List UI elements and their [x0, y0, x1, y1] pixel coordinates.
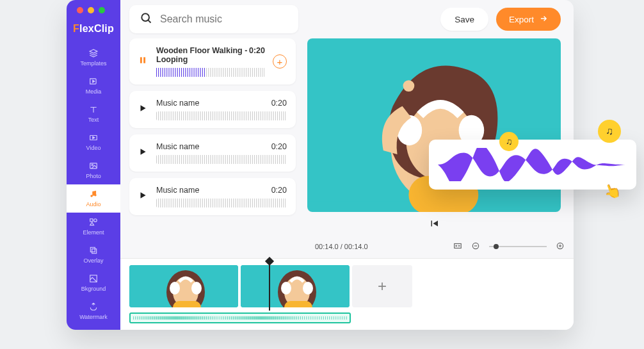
- sidebar-item-element[interactable]: Element: [67, 213, 120, 241]
- play-icon[interactable]: [138, 104, 149, 115]
- music-track[interactable]: Wooden Floor Walking - Looping0:20 +: [129, 38, 296, 85]
- svg-point-28: [191, 282, 202, 295]
- add-clip-button[interactable]: +: [352, 265, 412, 307]
- svg-point-34: [303, 282, 313, 295]
- svg-rect-8: [92, 249, 97, 254]
- overlay-icon: [89, 246, 98, 255]
- search-box[interactable]: [129, 5, 298, 33]
- waveform-icon: [156, 68, 265, 77]
- minimize-window-icon[interactable]: [88, 7, 94, 13]
- sidebar-item-background[interactable]: Bkground: [67, 269, 120, 297]
- timeline-audio-track[interactable]: [129, 312, 351, 323]
- sidebar-item-label: Video: [86, 145, 101, 151]
- sidebar-item-label: Overlay: [83, 257, 103, 264]
- element-icon: [89, 218, 98, 227]
- waveform-large-icon: [438, 148, 627, 181]
- time-display: 00:14.0 / 00:14.0: [315, 243, 368, 250]
- svg-rect-5: [90, 219, 93, 222]
- export-label: Export: [509, 15, 534, 24]
- track-duration: 0:20: [271, 142, 287, 151]
- sidebar-item-watermark[interactable]: Watermark: [67, 297, 120, 325]
- sidebar-item-audio[interactable]: Audio: [67, 184, 120, 213]
- media-icon: [89, 77, 98, 86]
- sidebar-item-text[interactable]: Text: [67, 100, 120, 128]
- svg-point-27: [170, 282, 180, 295]
- preview-column: [307, 38, 561, 238]
- music-track[interactable]: Music name0:20: [129, 91, 296, 128]
- music-track[interactable]: Music name0:20: [129, 178, 296, 215]
- sidebar-item-label: Text: [88, 117, 99, 123]
- track-duration: 0:20: [271, 186, 287, 195]
- topbar: Save Export: [120, 0, 574, 38]
- maximize-window-icon[interactable]: [99, 7, 105, 13]
- sidebar-item-templates[interactable]: Templates: [67, 44, 120, 72]
- clip-row: +: [129, 265, 565, 307]
- waveform-icon: [156, 111, 287, 120]
- track-duration: 0:20: [271, 99, 287, 108]
- pause-icon[interactable]: [138, 56, 149, 67]
- add-track-button[interactable]: +: [273, 54, 287, 69]
- sidebar-item-video[interactable]: Video: [67, 128, 120, 156]
- sidebar-item-label: Templates: [80, 60, 106, 67]
- preview-controls: [307, 212, 561, 238]
- music-note-icon: ♫: [598, 120, 621, 143]
- audio-icon: [89, 190, 98, 199]
- svg-point-3: [90, 195, 93, 197]
- svg-rect-1: [90, 163, 97, 168]
- background-icon: [89, 274, 98, 283]
- sidebar-item-label: Audio: [86, 201, 101, 207]
- zoom-in-icon[interactable]: [556, 241, 565, 252]
- svg-rect-7: [90, 247, 95, 252]
- track-name: Music name: [156, 142, 199, 151]
- close-window-icon[interactable]: [77, 7, 83, 13]
- music-track[interactable]: Music name0:20: [129, 134, 296, 172]
- svg-point-33: [281, 282, 291, 295]
- search-icon: [140, 12, 152, 27]
- timeline: +: [120, 258, 574, 330]
- search-input[interactable]: [160, 13, 288, 25]
- fit-width-icon[interactable]: [453, 241, 462, 252]
- svg-point-19: [403, 80, 414, 92]
- track-name: Wooden Floor Walking - Looping: [156, 46, 249, 64]
- zoom-slider[interactable]: [489, 246, 547, 247]
- sidebar-item-label: Bkground: [81, 286, 106, 292]
- waveform-icon: [156, 199, 287, 207]
- sidebar-item-media[interactable]: Media: [67, 72, 120, 100]
- timeline-clip[interactable]: [241, 265, 350, 307]
- track-name: Music name: [156, 99, 199, 108]
- svg-point-2: [92, 165, 93, 166]
- export-button[interactable]: Export: [496, 8, 561, 31]
- svg-rect-12: [143, 57, 145, 63]
- svg-point-6: [94, 219, 97, 222]
- text-icon: [89, 105, 98, 114]
- templates-icon: [89, 49, 98, 58]
- playhead[interactable]: [269, 261, 270, 311]
- track-name: Music name: [156, 186, 199, 195]
- music-list: Wooden Floor Walking - Looping0:20 + Mus…: [129, 38, 296, 238]
- sidebar-item-label: Media: [86, 88, 102, 95]
- svg-point-10: [141, 13, 149, 21]
- photo-icon: [89, 161, 98, 170]
- logo-text: lexClip: [79, 23, 114, 34]
- svg-rect-26: [173, 301, 201, 307]
- window-traffic-lights: [77, 7, 105, 13]
- sidebar: FlexClip Templates Media Text Video Phot…: [67, 0, 120, 330]
- skip-previous-icon[interactable]: [428, 218, 440, 232]
- logo-accent: F: [73, 23, 79, 34]
- sidebar-item-photo[interactable]: Photo: [67, 156, 120, 184]
- video-icon: [89, 133, 98, 142]
- timeline-toolbar: 00:14.0 / 00:14.0: [120, 238, 574, 258]
- save-button[interactable]: Save: [440, 8, 488, 31]
- sidebar-item-label: Watermark: [79, 314, 108, 320]
- play-icon[interactable]: [138, 191, 149, 202]
- timeline-clip[interactable]: [129, 265, 238, 307]
- svg-rect-32: [284, 301, 312, 307]
- play-icon[interactable]: [138, 147, 149, 159]
- svg-point-4: [94, 194, 97, 197]
- sidebar-item-label: Element: [83, 229, 104, 236]
- audio-waveform-popup[interactable]: [429, 140, 636, 190]
- app-logo: FlexClip: [67, 19, 120, 44]
- sidebar-item-overlay[interactable]: Overlay: [67, 241, 120, 269]
- zoom-out-icon[interactable]: [471, 241, 480, 252]
- track-duration: 0:20: [249, 46, 265, 64]
